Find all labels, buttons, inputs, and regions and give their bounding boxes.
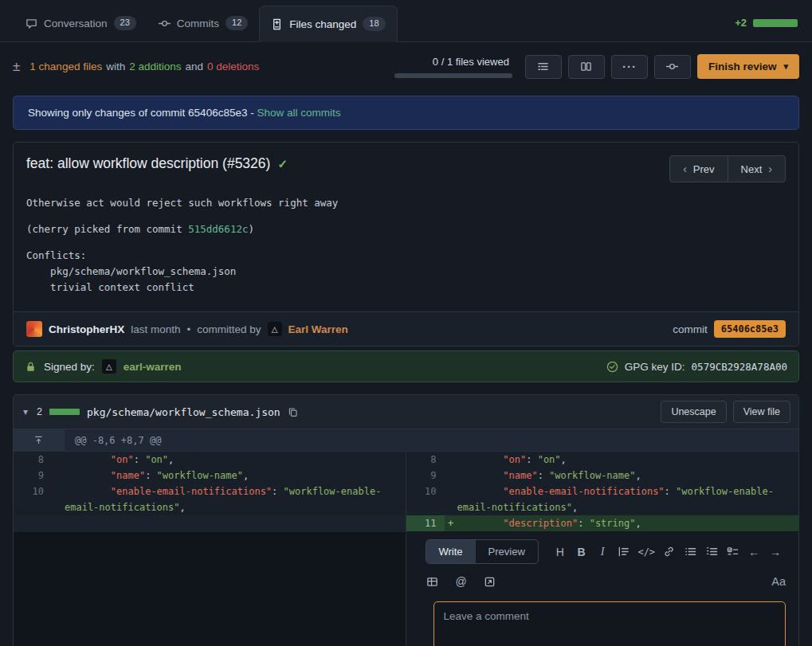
summary-text: with	[106, 61, 125, 72]
file-diffstat-bar	[49, 409, 80, 415]
file-changes-count: 2	[37, 406, 42, 417]
line-number[interactable]: 10	[406, 484, 445, 515]
commit-header: feat: allow workflow description (#5326)…	[14, 143, 798, 186]
changes-summary: 1 changed files with 2 additions and 0 d…	[29, 61, 259, 72]
table-icon[interactable]	[426, 576, 440, 588]
font-toggle-button[interactable]: Aa	[771, 575, 786, 588]
cherry-pick-hash-link[interactable]: 515dd6612c	[188, 223, 248, 235]
markdown-toolbar: H B I </> ← →	[553, 546, 786, 558]
collapse-file-icon[interactable]: ▾	[22, 406, 29, 417]
file-name-link[interactable]: pkg/schema/workflow_schema.json	[87, 406, 280, 418]
tab-commits-label: Commits	[177, 18, 219, 29]
expand-hunk-button[interactable]	[14, 429, 65, 451]
deletions-count: 0 deletions	[207, 61, 259, 72]
diff-right-rows: 8 "on": "on",9 "name": "workflow-name",1…	[406, 452, 799, 531]
diff-line: 8 "on": "on",	[406, 452, 799, 468]
hunk-header-text: @@ -8,6 +8,7 @@	[65, 429, 171, 451]
commit-label: commit	[673, 323, 708, 335]
line-number[interactable]: 8	[406, 452, 445, 468]
line-number[interactable]: 11	[406, 515, 445, 531]
ordered-list-icon[interactable]	[704, 546, 719, 558]
columns-icon	[580, 61, 592, 72]
file-diff-box: ▾ 2 pkg/schema/workflow_schema.json Unes…	[13, 394, 799, 646]
commit-time: last month	[131, 323, 180, 335]
commit-select-button[interactable]	[654, 55, 691, 79]
diff-marker	[445, 452, 457, 468]
gpg-key-group: GPG key ID: 0579CB2928A78A00	[606, 361, 787, 373]
file-tree-toggle-button[interactable]	[525, 55, 562, 79]
markdown-toolbar-secondary: @ Aa	[426, 575, 787, 588]
diff-left-rows: 8 "on": "on",9 "name": "workflow-name",1…	[14, 452, 406, 515]
committer-name-link[interactable]: Earl Warren	[288, 323, 348, 335]
arrow-right-icon[interactable]: →	[768, 546, 783, 558]
line-number[interactable]: 10	[14, 484, 52, 515]
diff-line: 10 "enable-email-notifications": "workfl…	[14, 484, 406, 515]
cherry-prefix: (cherry picked from commit	[26, 223, 188, 235]
author-name-link[interactable]: ChristopherHX	[49, 323, 124, 335]
code-line-text: "name": "workflow-name",	[65, 468, 406, 484]
signer-avatar[interactable]: △	[102, 359, 116, 374]
file-diff-header: ▾ 2 pkg/schema/workflow_schema.json Unes…	[14, 395, 798, 429]
author-avatar[interactable]	[26, 321, 42, 337]
italic-icon[interactable]: I	[595, 546, 610, 558]
diff-right-side: 8 "on": "on",9 "name": "workflow-name",1…	[406, 452, 799, 646]
gpg-key-value: 0579CB2928A78A00	[692, 361, 787, 373]
committer-avatar[interactable]: △	[268, 322, 282, 336]
task-list-icon[interactable]	[726, 546, 740, 558]
diff-left-side: 8 "on": "on",9 "name": "workflow-name",1…	[14, 452, 406, 646]
reference-icon[interactable]	[483, 576, 497, 588]
unescape-button[interactable]: Unescape	[661, 401, 726, 423]
view-file-button[interactable]: View file	[733, 401, 790, 423]
diff-marker	[52, 484, 65, 515]
files-count-badge: 18	[363, 17, 385, 30]
arrow-left-icon[interactable]: ←	[747, 546, 761, 558]
files-viewed-group: 0 / 1 files viewed	[394, 56, 512, 78]
signer-name-link[interactable]: earl-warren	[124, 361, 182, 373]
commit-message-body: Otherwise act would reject such workflow…	[14, 186, 798, 311]
ci-success-icon: ✓	[277, 157, 288, 171]
commit-hash-badge[interactable]: 65406c85e3	[714, 320, 786, 338]
copy-path-icon[interactable]	[288, 407, 298, 417]
tab-commits[interactable]: Commits 12	[147, 5, 260, 41]
commit-icon	[159, 18, 171, 29]
file-actions: Unescape View file	[661, 401, 790, 423]
show-all-commits-link[interactable]: Show all commits	[257, 107, 340, 119]
tab-files-label: Files changed	[289, 18, 356, 30]
diffstat-bar	[753, 19, 798, 27]
heading-icon[interactable]: H	[553, 546, 567, 558]
diff-options-button[interactable]: ···	[611, 55, 648, 79]
quote-icon[interactable]	[617, 546, 631, 558]
tab-write[interactable]: Write	[426, 540, 476, 563]
commit-icon	[666, 61, 678, 72]
mention-icon[interactable]: @	[454, 575, 469, 588]
code-line-text: "name": "workflow-name",	[457, 468, 799, 484]
line-number[interactable]: 8	[14, 452, 52, 468]
line-number[interactable]: 9	[14, 468, 52, 484]
code-icon[interactable]: </>	[637, 546, 655, 558]
prev-commit-button[interactable]: ‹ Prev	[669, 155, 728, 182]
diff-left-filler	[14, 532, 406, 646]
diff-empty-cell	[14, 515, 406, 532]
finish-review-button[interactable]: Finish review ▾	[697, 54, 799, 79]
commit-box: feat: allow workflow description (#5326)…	[13, 142, 799, 346]
tab-preview[interactable]: Preview	[476, 540, 538, 563]
notice-text: Showing only changes of commit 65406c85e…	[28, 107, 257, 119]
changed-files-link[interactable]: 1 changed files	[29, 61, 102, 72]
conversation-count-badge: 23	[114, 16, 136, 29]
line-number[interactable]: 9	[406, 468, 445, 484]
tab-files-changed[interactable]: Files changed 18	[259, 6, 397, 42]
next-label: Next	[741, 163, 763, 175]
editor-toolbar: Write Preview H B I </> ← →	[426, 539, 787, 564]
link-icon[interactable]	[662, 546, 677, 558]
comment-textarea[interactable]	[433, 601, 787, 646]
split-view-button[interactable]	[568, 55, 605, 79]
review-comment-form: Write Preview H B I </> ← →	[406, 531, 799, 646]
unordered-list-icon[interactable]	[683, 546, 697, 558]
gpg-signed-row: Signed by: △ earl-warren GPG key ID: 057…	[13, 350, 799, 382]
tab-conversation[interactable]: Conversation 23	[14, 5, 147, 41]
commit-nav-group: ‹ Prev Next ›	[669, 155, 786, 182]
pr-diffstat: +2	[735, 17, 798, 29]
signed-by-label: Signed by:	[44, 361, 95, 373]
next-commit-button[interactable]: Next ›	[728, 155, 786, 182]
bold-icon[interactable]: B	[575, 546, 589, 558]
